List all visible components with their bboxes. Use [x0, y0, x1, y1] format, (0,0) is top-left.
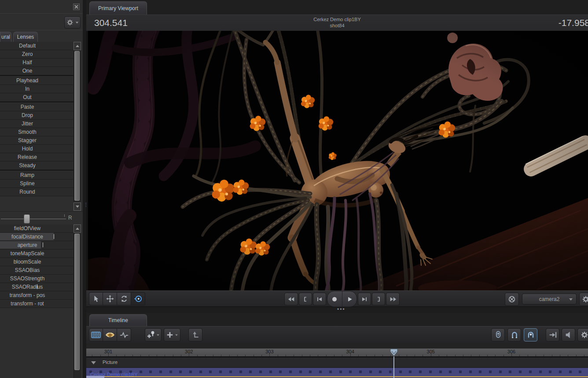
close-icon: [74, 5, 78, 9]
left-panel: ural Lenses DefaultZeroHalfOnePlayheadIn…: [0, 0, 83, 378]
ruler-minor-tick: [455, 355, 456, 356]
add-keyframe-dropdown-arrow: [157, 334, 159, 336]
param-item-label: SSAORadius: [0, 284, 55, 290]
preset-item-drop[interactable]: Drop: [0, 111, 74, 120]
preset-item-round[interactable]: Round: [0, 188, 74, 196]
timeline-mode-curves-button[interactable]: [117, 328, 131, 341]
preset-scroll-down[interactable]: [74, 202, 81, 211]
slider-label: R: [68, 215, 72, 221]
audio-mute-button[interactable]: [562, 328, 575, 341]
ruler-minor-tick: [157, 355, 157, 356]
param-item-aperture[interactable]: aperture: [0, 241, 74, 250]
preset-item-paste[interactable]: Paste: [0, 103, 74, 111]
preset-item-playhead[interactable]: Playhead: [0, 77, 74, 85]
param-item-fieldOfView[interactable]: fieldOfView: [0, 224, 74, 233]
param-item-SSAOBias[interactable]: SSAOBias: [0, 266, 74, 275]
add-keyframe-button[interactable]: [145, 328, 162, 341]
snap-magnet-button[interactable]: [507, 328, 521, 341]
preset-item-in[interactable]: In: [0, 85, 74, 93]
tool-move-button[interactable]: [103, 292, 117, 305]
param-item-toneMapScale[interactable]: toneMapScale: [0, 250, 74, 258]
param-item-bloomScale[interactable]: bloomScale: [0, 258, 74, 266]
preset-item-label: Drop: [0, 112, 55, 118]
timeline-settings-button[interactable]: [577, 328, 588, 341]
param-item-focalDistance[interactable]: focalDistance: [0, 233, 74, 241]
panel-divider[interactable]: ⋮: [83, 0, 86, 378]
param-scroll-up[interactable]: [74, 224, 81, 233]
preset-item-jitter[interactable]: Jitter: [0, 120, 74, 128]
timeline-ruler[interactable]: 301302303304305306: [86, 349, 588, 357]
preset-item-default[interactable]: Default: [0, 42, 74, 50]
key-pin-button[interactable]: [491, 328, 505, 341]
keyframe-dot: [529, 371, 532, 373]
viewport-settings-button[interactable]: [579, 293, 588, 306]
ruler-minor-tick: [245, 355, 246, 356]
playhead-marker[interactable]: [390, 349, 398, 357]
preset-item-release[interactable]: Release: [0, 153, 74, 161]
go-parent-button[interactable]: [188, 328, 202, 341]
tab-ural[interactable]: ural: [0, 32, 11, 42]
ruler-minor-tick: [576, 355, 577, 356]
tool-orbit-button[interactable]: [131, 292, 145, 305]
main-column: Primary Viewport 304.541 Cerkez Demo cli…: [86, 0, 588, 378]
transport-rewind-button[interactable]: [284, 293, 298, 305]
tab-timeline[interactable]: Timeline: [89, 314, 147, 326]
snap-magnet-key-button[interactable]: [524, 328, 537, 341]
param-item-SSAOStrength[interactable]: SSAOStrength: [0, 275, 74, 283]
preset-item-steady[interactable]: Steady: [0, 161, 74, 170]
preset-item-half[interactable]: Half: [0, 59, 74, 67]
tab-lenses[interactable]: Lenses: [13, 32, 38, 42]
transport-set-out-button[interactable]: [372, 293, 385, 305]
viewport-timeline-splitter[interactable]: •••: [86, 307, 588, 313]
transport-record-button[interactable]: [327, 291, 342, 307]
ruler-frame-label: 306: [507, 349, 515, 354]
clip-track[interactable]: Cerkez Demo clip1BY: [86, 368, 588, 378]
preset-item-label: Playhead: [0, 77, 55, 84]
viewport-header: 304.541 Cerkez Demo clip1BY shot84 -17.9…: [86, 15, 588, 31]
close-button[interactable]: [73, 4, 80, 10]
param-item-SSAORadius[interactable]: SSAORadius: [0, 283, 74, 291]
preset-item-stagger[interactable]: Stagger: [0, 136, 74, 145]
keyframe-dot: [519, 371, 522, 373]
timeline-mode-lens-button[interactable]: [103, 328, 117, 341]
preset-item-hold[interactable]: Hold: [0, 145, 74, 153]
curve-icon: [119, 331, 129, 339]
camera-aim-button[interactable]: [505, 293, 519, 306]
collapse-triangle-icon[interactable]: [91, 361, 96, 364]
camera-select-dropdown[interactable]: camera2: [522, 294, 577, 305]
transport-fast-forward-button[interactable]: [386, 293, 400, 305]
param-scroll-thumb[interactable]: [74, 234, 80, 370]
keyframe-dot: [419, 371, 422, 373]
rewind-icon: [287, 294, 296, 304]
param-item-transform-rot[interactable]: transform - rot: [0, 300, 74, 308]
transport-prev-frame-button[interactable]: [313, 293, 326, 305]
preset-item-out[interactable]: Out: [0, 93, 74, 102]
viewport-canvas[interactable]: [88, 31, 588, 290]
transport-play-button[interactable]: [342, 291, 357, 307]
transport-set-in-button[interactable]: [299, 293, 312, 305]
tool-rotate-button[interactable]: [117, 292, 131, 305]
preset-item-spline[interactable]: Spline: [0, 180, 74, 188]
slider-track[interactable]: [1, 219, 66, 219]
keyframe-dot: [449, 371, 452, 373]
preset-item-zero[interactable]: Zero: [0, 50, 74, 59]
preset-scroll-up[interactable]: [74, 42, 81, 50]
timeline-mode-clips-button[interactable]: [89, 328, 103, 341]
preset-scroll-thumb[interactable]: [74, 51, 80, 201]
clip-selected-handle[interactable]: [86, 376, 104, 378]
ruler-minor-tick: [125, 355, 125, 356]
goto-end-button[interactable]: [546, 328, 559, 341]
panel-settings-button[interactable]: [64, 16, 81, 29]
preset-item-label: One: [0, 68, 55, 74]
down-triangle-icon: [76, 206, 79, 208]
preset-item-ramp[interactable]: Ramp: [0, 171, 74, 180]
transport-next-frame-button[interactable]: [358, 293, 371, 305]
add-track-button[interactable]: [164, 328, 180, 341]
bracket-in-icon: [301, 295, 309, 303]
preset-item-one[interactable]: One: [0, 67, 74, 75]
keyframe-dot: [379, 371, 382, 373]
tool-select-button[interactable]: [89, 292, 103, 305]
param-item-transform-pos[interactable]: transform - pos: [0, 291, 74, 300]
tab-primary-viewport[interactable]: Primary Viewport: [89, 1, 147, 15]
preset-item-smooth[interactable]: Smooth: [0, 128, 74, 136]
